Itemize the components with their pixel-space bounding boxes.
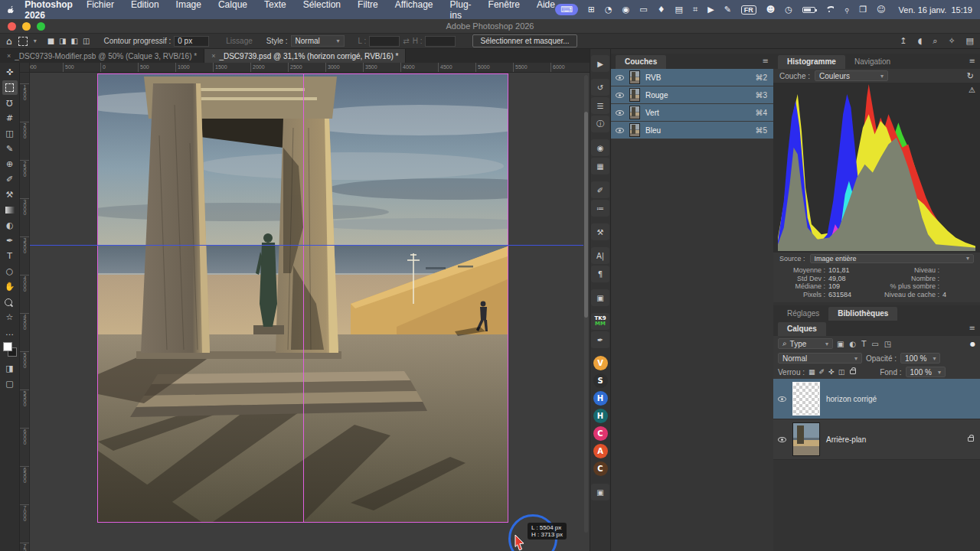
lock-option-icon[interactable]: ▦	[808, 368, 815, 376]
active-app-name[interactable]: Photoshop 2026	[24, 0, 73, 21]
Rouge[interactable]: Rouge ⌘3	[611, 86, 773, 104]
notifications-bell-icon[interactable]: ◖	[917, 36, 922, 46]
paths-icon[interactable]: ✒	[591, 331, 609, 348]
filter-toggle-icon[interactable]: ●	[970, 341, 975, 347]
tab-reglages[interactable]: Réglages	[778, 307, 828, 321]
lasso-tool[interactable]: Ω	[2, 96, 18, 110]
menubar-clock[interactable]: Ven. 16 janv. 15:19	[899, 5, 972, 15]
Vert[interactable]: Vert ⌘4	[611, 104, 773, 122]
camera-icon[interactable]: ◉	[622, 5, 630, 14]
blend-mode-select[interactable]: Normal▾	[778, 353, 862, 364]
selection-mode-icon[interactable]: ◫	[83, 37, 90, 45]
menu-item[interactable]: Sélection	[303, 0, 341, 21]
link-dimensions-icon[interactable]: ⇄	[403, 37, 409, 45]
visibility-eye-icon[interactable]	[616, 110, 624, 116]
lock-option-icon[interactable]: ◫	[838, 368, 845, 376]
visibility-eye-icon[interactable]	[616, 75, 624, 80]
badge-v-icon[interactable]: V	[593, 356, 608, 370]
RVB[interactable]: RVB ⌘2	[611, 69, 773, 86]
tab-bibliotheques[interactable]: Bibliothèques	[828, 307, 897, 321]
layer-name[interactable]: Arrière-plan	[826, 435, 866, 444]
feather-input[interactable]: 0 px	[174, 36, 209, 47]
marquee-tool-preset-icon[interactable]	[18, 37, 28, 46]
preset-chevron-icon[interactable]: ▾	[34, 37, 37, 44]
select-and-mask-button[interactable]: Sélectionner et masquer...	[472, 34, 577, 47]
edit-toolbar[interactable]: …	[2, 325, 18, 340]
width-input[interactable]	[369, 36, 400, 47]
badge-c-pink-icon[interactable]: C	[593, 426, 608, 441]
visibility-eye-icon[interactable]	[778, 396, 786, 402]
gradient-tool[interactable]	[2, 203, 18, 217]
visibility-eye-icon[interactable]	[778, 437, 786, 442]
horizontal-ruler[interactable]: 0005000500100015002000250030003500400045…	[20, 63, 590, 73]
custom-shape-tool[interactable]: ☆	[2, 310, 18, 324]
panel-menu-icon[interactable]: ≡	[763, 57, 769, 65]
layer-filter-select[interactable]: ⌕Type ▾	[778, 338, 833, 349]
height-input[interactable]	[425, 36, 456, 47]
move-tool[interactable]: ✜	[2, 65, 18, 80]
menu-item[interactable]: Edition	[131, 0, 159, 21]
stage-manager-icon[interactable]: ❐	[859, 5, 867, 14]
eyedropper-tool[interactable]: ✎	[2, 142, 18, 156]
badge-a-icon[interactable]: A	[593, 444, 608, 458]
selection-mode-icon[interactable]: ■	[47, 37, 54, 45]
vertical-ruler[interactable]: 1500200025003000350040004500500055006000…	[20, 73, 30, 551]
opacity-input[interactable]: 100 %▾	[900, 353, 940, 364]
mission-control-icon[interactable]: ⊞	[588, 5, 595, 14]
image-panel-icon[interactable]: ▣	[591, 484, 609, 500]
layer-thumbnail-photo[interactable]	[792, 422, 820, 456]
pen-icon[interactable]: ✎	[724, 5, 731, 14]
object-selection-tool[interactable]: ◫	[2, 126, 18, 141]
type-tool[interactable]: T	[2, 249, 18, 263]
badge-h-blue-icon[interactable]: H	[593, 391, 608, 406]
close-tab-icon[interactable]: ×	[7, 52, 11, 60]
pen-tool[interactable]: ✒	[2, 233, 18, 248]
crop-tool[interactable]: #	[2, 111, 18, 126]
hand-tool[interactable]: ✋	[2, 279, 18, 294]
menu-item[interactable]: Affichage	[395, 0, 433, 21]
character-icon[interactable]: A|	[591, 247, 609, 264]
layer-filter-type-icon[interactable]: T	[861, 340, 866, 348]
sep8[interactable]	[591, 350, 609, 354]
sep6[interactable]	[591, 284, 609, 288]
wifi-icon[interactable]	[825, 6, 834, 13]
tab-calques[interactable]: Calques	[778, 322, 826, 336]
Bleu[interactable]: Bleu ⌘5	[611, 122, 773, 139]
clipboard-icon[interactable]: ▤	[675, 5, 683, 14]
screen-mode[interactable]: ▢	[2, 377, 18, 391]
history-icon[interactable]: ↺	[591, 79, 609, 96]
menu-item[interactable]: Calque	[218, 0, 247, 21]
brush-tool[interactable]: ✐	[2, 172, 18, 187]
recent-icon[interactable]: ◷	[785, 5, 792, 14]
menu-item[interactable]: Fenêtre	[488, 0, 520, 21]
time-machine-icon[interactable]: ◔	[605, 5, 612, 14]
quick-mask[interactable]: ◨	[2, 361, 18, 376]
spotlight-search-icon[interactable]: ⌕	[841, 4, 851, 15]
zoom-tool[interactable]	[2, 295, 18, 309]
panel-menu-icon[interactable]: ≡	[969, 57, 975, 65]
selection-mode-icon[interactable]: ◧	[71, 37, 78, 45]
sep2[interactable]	[591, 134, 609, 138]
blur-tool[interactable]: ◐	[2, 218, 18, 233]
layer-row-horizon-corrige[interactable]: horizon corrigé	[773, 379, 980, 419]
menu-item[interactable]: Texte	[264, 0, 286, 21]
sep5[interactable]	[591, 242, 609, 246]
tk9-panel-icon[interactable]: TK9 MM	[591, 313, 609, 330]
apple-menu-icon[interactable]	[8, 4, 14, 15]
user-icon[interactable]: ☻	[766, 5, 775, 14]
screen-keyboard-icon[interactable]: ⌨	[555, 4, 578, 15]
sep3[interactable]	[591, 176, 609, 180]
layer-filter-type-icon[interactable]: ◳	[884, 340, 891, 348]
playback-icon[interactable]: ▶	[707, 5, 714, 14]
expand-panels-icon[interactable]: ▶	[591, 55, 609, 72]
ruler-origin-corner[interactable]	[20, 63, 30, 73]
fill-input[interactable]: 100 %▾	[906, 367, 946, 377]
workspace-switcher-icon[interactable]: ▤	[966, 36, 974, 46]
input-language-badge[interactable]: FR	[741, 5, 756, 15]
layer-filter-type-icon[interactable]: ▣	[837, 340, 844, 348]
canvas-workspace[interactable]: 0005000500100015002000250030003500400045…	[20, 63, 590, 551]
screen-mirroring-icon[interactable]: ▭	[639, 5, 647, 14]
window-tiling-icon[interactable]: ⌗	[693, 5, 697, 14]
refresh-histogram-icon[interactable]: ↻	[967, 71, 974, 81]
sep4[interactable]	[591, 218, 609, 222]
